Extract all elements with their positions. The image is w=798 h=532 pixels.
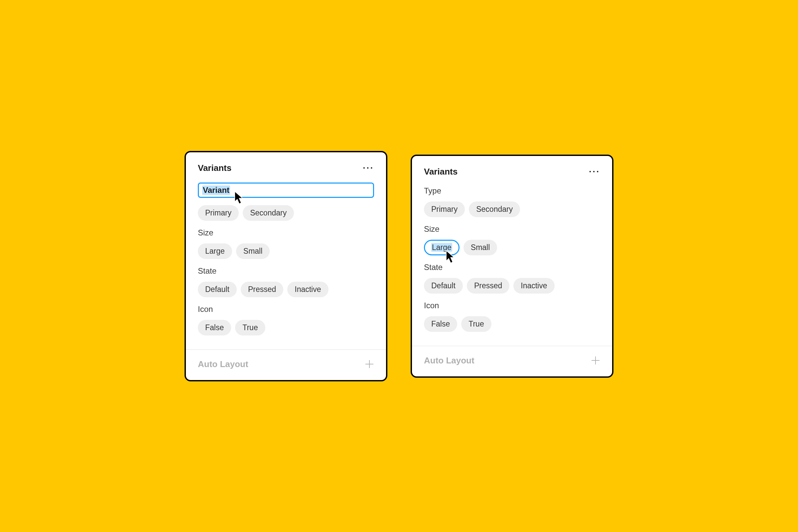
variants-panel-left: Variants ··· Variant Primary Secondary S… bbox=[185, 151, 387, 381]
plus-icon[interactable] bbox=[365, 359, 374, 369]
auto-layout-label: Auto Layout bbox=[424, 356, 474, 366]
property-label: Icon bbox=[198, 305, 374, 314]
panel-header: Variants ··· bbox=[424, 167, 600, 177]
chip-row: False True bbox=[424, 316, 600, 332]
panel-body: Variants ··· Variant Primary Secondary S… bbox=[186, 152, 386, 349]
chip-row: Primary Secondary bbox=[424, 202, 600, 217]
property-section-size: Size Large Small bbox=[198, 228, 374, 259]
variant-chip-inactive[interactable]: Inactive bbox=[513, 278, 554, 293]
property-section-type: Type Primary Secondary bbox=[424, 186, 600, 217]
panel-footer: Auto Layout bbox=[412, 346, 612, 376]
variant-chip-primary[interactable]: Primary bbox=[198, 205, 239, 221]
variant-chip-secondary[interactable]: Secondary bbox=[469, 202, 520, 217]
variant-chip-large[interactable]: Large bbox=[198, 243, 232, 259]
property-section-variant: Primary Secondary bbox=[198, 205, 374, 221]
more-icon[interactable]: ··· bbox=[363, 163, 374, 173]
variant-chip-secondary[interactable]: Secondary bbox=[243, 205, 294, 221]
property-label: Size bbox=[424, 225, 600, 234]
panel-title: Variants bbox=[198, 163, 231, 173]
variant-chip-inactive[interactable]: Inactive bbox=[287, 282, 328, 297]
property-section-icon: Icon False True bbox=[424, 301, 600, 332]
variant-chip-pressed[interactable]: Pressed bbox=[241, 282, 283, 297]
chip-row: Default Pressed Inactive bbox=[198, 282, 374, 297]
plus-icon[interactable] bbox=[591, 356, 600, 365]
property-label: Type bbox=[424, 186, 600, 195]
chip-row: Large Small bbox=[424, 240, 600, 255]
property-label: State bbox=[424, 263, 600, 272]
more-icon[interactable]: ··· bbox=[589, 167, 600, 177]
variant-chip-default[interactable]: Default bbox=[424, 278, 463, 293]
variant-chip-primary[interactable]: Primary bbox=[424, 202, 465, 217]
variants-panel-right: Variants ··· Type Primary Secondary Size… bbox=[411, 155, 613, 378]
panel-footer: Auto Layout bbox=[186, 350, 386, 380]
variant-chip-small[interactable]: Small bbox=[463, 240, 497, 255]
variant-chip-false[interactable]: False bbox=[424, 316, 457, 332]
property-name-input[interactable]: Variant bbox=[198, 183, 374, 198]
property-label: Size bbox=[198, 228, 374, 238]
variant-chip-true[interactable]: True bbox=[235, 320, 265, 336]
property-label: State bbox=[198, 266, 374, 276]
panel-body: Variants ··· Type Primary Secondary Size… bbox=[412, 156, 612, 346]
cursor-icon bbox=[234, 191, 245, 205]
variant-chip-true[interactable]: True bbox=[461, 316, 491, 332]
property-label: Icon bbox=[424, 301, 600, 310]
variant-chip-large-editing[interactable]: Large bbox=[424, 240, 459, 255]
cursor-icon bbox=[445, 250, 457, 264]
chip-row: Primary Secondary bbox=[198, 205, 374, 221]
property-section-size: Size Large Small bbox=[424, 225, 600, 255]
chip-row: Default Pressed Inactive bbox=[424, 278, 600, 293]
panel-header: Variants ··· bbox=[198, 163, 374, 173]
panel-title: Variants bbox=[424, 167, 457, 177]
variant-chip-pressed[interactable]: Pressed bbox=[467, 278, 509, 293]
property-section-state: State Default Pressed Inactive bbox=[424, 263, 600, 293]
variant-chip-default[interactable]: Default bbox=[198, 282, 237, 297]
auto-layout-label: Auto Layout bbox=[198, 359, 248, 369]
property-section-icon: Icon False True bbox=[198, 305, 374, 336]
chip-row: False True bbox=[198, 320, 374, 336]
property-section-state: State Default Pressed Inactive bbox=[198, 266, 374, 297]
property-name-value: Variant bbox=[202, 186, 230, 195]
variant-chip-small[interactable]: Small bbox=[236, 243, 270, 259]
chip-row: Large Small bbox=[198, 243, 374, 259]
variant-chip-false[interactable]: False bbox=[198, 320, 231, 336]
